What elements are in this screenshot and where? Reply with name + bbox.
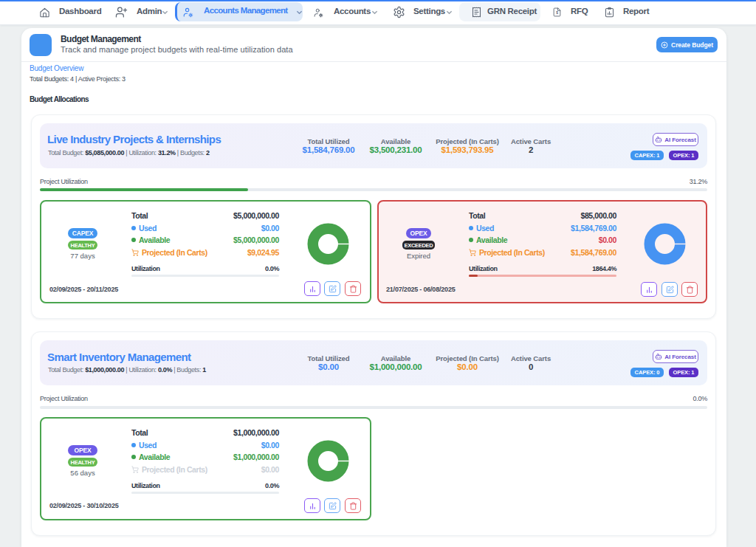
svg-text:$: $ [556,11,558,15]
